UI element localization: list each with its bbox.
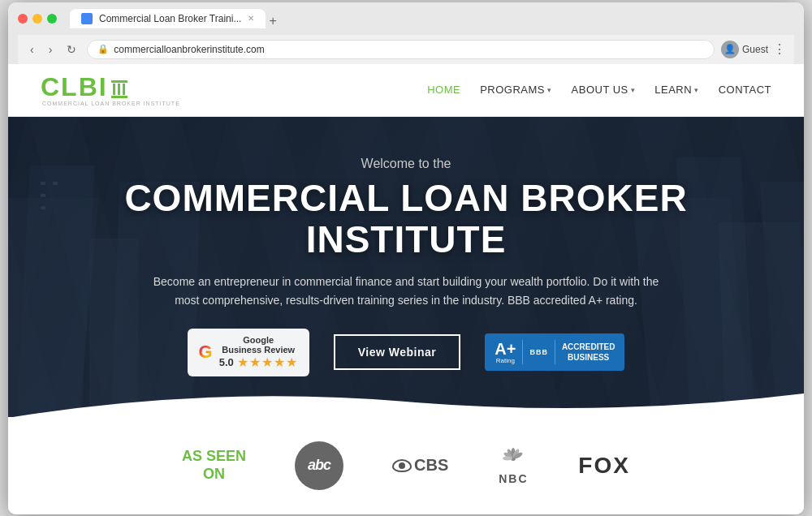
back-button[interactable]: ‹ [26,41,38,58]
browser-tab[interactable]: Commercial Loan Broker Traini... ✕ [70,9,266,28]
site-header: CLBI COMMERCIAL LOAN BROKER INSTITUTE [8,64,804,117]
lock-icon: 🔒 [97,44,109,54]
bbb-accredited-line1: ACCREDITED [562,342,615,351]
nbc-text: NBC [499,472,528,485]
nav-right: 👤 Guest ⋮ [721,41,786,58]
nav-bar: ‹ › ↻ 🔒 commercialloanbrokerinstitute.co… [18,35,794,64]
hero-description: Become an entrepreneur in commercial fin… [146,273,666,309]
nav-learn[interactable]: LEARN ▾ [654,84,698,96]
bbb-rating-label: Rating [496,357,515,364]
chevron-down-icon: ▾ [631,86,636,94]
as-seen-on-label: AS SEEN ON [182,448,246,483]
cbs-eye-icon [392,459,412,472]
media-logo-abc: abc [295,441,343,490]
bbb-label: BBB [529,348,548,356]
as-seen-on-section: AS SEEN ON abc CBS [8,417,804,514]
user-badge[interactable]: 👤 Guest [721,41,768,58]
reload-button[interactable]: ↻ [63,41,80,58]
hero-welcome-text: Welcome to the [41,157,771,171]
address-bar[interactable]: 🔒 commercialloanbrokerinstitute.com [87,40,715,59]
bbb-logo: BBB [529,348,548,356]
tab-bar: Commercial Loan Broker Traini... ✕ + [70,9,277,28]
bbb-accredited-text: ACCREDITED BUSINESS [562,342,615,363]
google-g-logo: G [199,342,213,363]
minimize-button[interactable] [32,14,42,24]
nbc-peacock-svg [497,446,529,471]
chevron-down-icon: ▾ [547,86,552,94]
tab-favicon [81,13,93,24]
maximize-button[interactable] [47,14,57,24]
google-score: 5.0 [219,356,234,368]
browser-controls: Commercial Loan Broker Traini... ✕ + [18,9,794,28]
nav-home[interactable]: HOME [427,84,460,96]
tab-title: Commercial Loan Broker Traini... [99,13,241,24]
url-text: commercialloanbrokerinstitute.com [114,44,264,55]
close-button[interactable] [18,14,28,24]
google-label-line2: Business Review [219,345,298,355]
nav-about[interactable]: ABOUT US ▾ [572,84,636,96]
bbb-divider [522,340,523,364]
logo-text: CLBI [41,74,127,100]
abc-logo-icon: abc [295,441,343,490]
browser-window: Commercial Loan Broker Traini... ✕ + ‹ ›… [8,2,804,514]
logo-pillar-icon [111,80,127,98]
nav-programs[interactable]: PROGRAMS ▾ [480,84,551,96]
media-logo-cbs: CBS [392,456,448,475]
nbc-logo-icon: NBC [497,446,529,485]
logo-clbi: CLBI [41,74,108,100]
cbs-pupil [399,462,405,469]
nav-contact[interactable]: CONTACT [719,84,771,96]
google-review-badge: G Google Business Review 5.0 ★★★★★ [188,329,309,376]
bbb-accredited-line2: BUSINESS [568,353,609,362]
new-tab-button[interactable]: + [269,14,276,28]
hero-curve-decoration [8,385,804,417]
forward-button[interactable]: › [45,41,57,58]
view-webinar-button[interactable]: View Webinar [334,334,461,370]
hero-section: Welcome to the COMMERCIAL LOAN BROKER IN… [8,117,804,417]
hero-title: COMMERCIAL LOAN BROKER INSTITUTE [41,178,771,260]
google-review-text: Google Business Review 5.0 ★★★★★ [219,335,298,370]
cbs-text: CBS [414,456,448,475]
bbb-grade: A+ Rating [495,341,516,364]
user-avatar-icon: 👤 [721,41,739,58]
website-content: CLBI COMMERCIAL LOAN BROKER INSTITUTE [8,64,804,514]
site-nav: HOME PROGRAMS ▾ ABOUT US ▾ LEARN ▾ CONTA… [427,84,771,96]
browser-titlebar: Commercial Loan Broker Traini... ✕ + ‹ ›… [8,2,804,64]
fox-text: FOX [578,453,630,479]
logo-subtitle: COMMERCIAL LOAN BROKER INSTITUTE [41,101,180,106]
cbs-logo-icon: CBS [392,456,448,475]
tab-close-icon[interactable]: ✕ [248,14,254,23]
bbb-badge: A+ Rating BBB ACCREDITED BUSINESS [485,333,624,371]
hero-content: Welcome to the COMMERCIAL LOAN BROKER IN… [8,157,804,376]
bbb-grade-value: A+ [495,341,516,357]
media-logo-nbc: NBC [497,446,529,485]
svg-point-18 [503,456,512,460]
logo-area: CLBI COMMERCIAL LOAN BROKER INSTITUTE [41,74,180,106]
star-rating: ★★★★★ [237,355,298,370]
user-label: Guest [742,44,768,55]
chevron-down-icon: ▾ [694,86,699,94]
google-label-line1: Google [219,335,298,345]
media-logo-fox: FOX [578,453,630,479]
bbb-divider2 [555,340,555,364]
hero-cta-row: G Google Business Review 5.0 ★★★★★ View … [41,329,771,376]
more-options-button[interactable]: ⋮ [773,41,786,57]
